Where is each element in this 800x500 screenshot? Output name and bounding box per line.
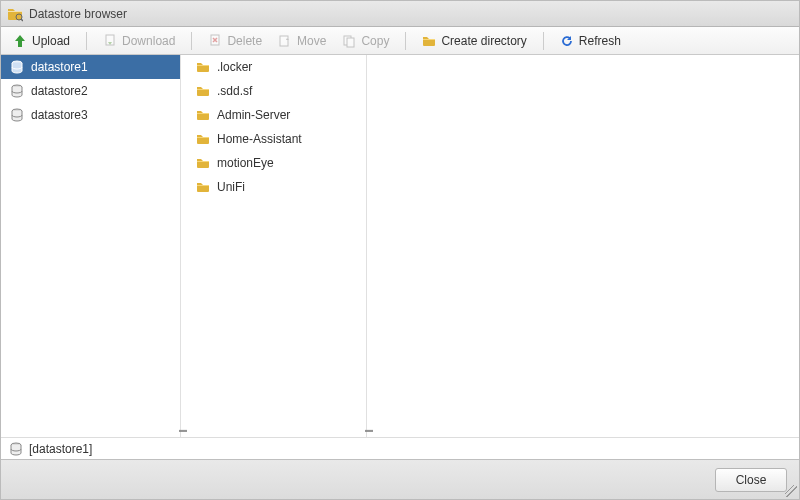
datastore-item[interactable]: datastore1 [1, 55, 180, 79]
folder-icon [195, 107, 211, 123]
datastore-browser-icon [7, 6, 23, 22]
separator [191, 32, 192, 50]
delete-icon [208, 34, 222, 48]
folder-item[interactable]: Admin-Server [187, 103, 366, 127]
svg-rect-6 [347, 38, 354, 47]
svg-rect-4 [280, 36, 288, 46]
upload-icon [13, 34, 27, 48]
datastore-item-label: datastore1 [31, 60, 88, 74]
move-button[interactable]: Move [272, 31, 332, 51]
move-icon [278, 34, 292, 48]
datastore-icon [9, 83, 25, 99]
copy-button[interactable]: Copy [336, 31, 395, 51]
toolbar: Upload Download Delete Move Copy Create … [1, 27, 799, 55]
datastore-list-pane: datastore1datastore2datastore3 [1, 55, 181, 437]
datastore-item-label: datastore2 [31, 84, 88, 98]
close-label: Close [736, 473, 767, 487]
create-directory-label: Create directory [441, 34, 526, 48]
path-bar: [datastore1] [1, 437, 799, 459]
create-directory-button[interactable]: Create directory [416, 31, 532, 51]
refresh-button[interactable]: Refresh [554, 31, 627, 51]
upload-label: Upload [32, 34, 70, 48]
folder-item[interactable]: UniFi [187, 175, 366, 199]
folder-item-label: .locker [217, 60, 252, 74]
separator [543, 32, 544, 50]
download-label: Download [122, 34, 175, 48]
folder-icon [195, 131, 211, 147]
refresh-label: Refresh [579, 34, 621, 48]
separator [405, 32, 406, 50]
download-button[interactable]: Download [97, 31, 181, 51]
move-label: Move [297, 34, 326, 48]
upload-button[interactable]: Upload [7, 31, 76, 51]
folder-list-pane: .locker.sdd.sfAdmin-ServerHome-Assistant… [187, 55, 367, 437]
delete-button[interactable]: Delete [202, 31, 268, 51]
folder-item[interactable]: .sdd.sf [187, 79, 366, 103]
datastore-browser-window: Datastore browser Upload Download Delete… [0, 0, 800, 500]
datastore-item[interactable]: datastore3 [1, 103, 180, 127]
footer: Close [1, 459, 799, 499]
svg-line-1 [21, 19, 23, 21]
details-pane [373, 55, 799, 437]
folder-icon [195, 155, 211, 171]
folder-item[interactable]: Home-Assistant [187, 127, 366, 151]
titlebar: Datastore browser [1, 1, 799, 27]
folder-item-label: motionEye [217, 156, 274, 170]
datastore-icon [9, 107, 25, 123]
folder-item-label: Admin-Server [217, 108, 290, 122]
datastore-icon [9, 442, 23, 456]
folder-item[interactable]: .locker [187, 55, 366, 79]
close-button[interactable]: Close [715, 468, 787, 492]
datastore-icon [9, 59, 25, 75]
content-area: datastore1datastore2datastore3 ||| .lock… [1, 55, 799, 437]
copy-icon [342, 34, 356, 48]
folder-item-label: .sdd.sf [217, 84, 252, 98]
folder-icon [195, 179, 211, 195]
folder-icon [195, 83, 211, 99]
refresh-icon [560, 34, 574, 48]
copy-label: Copy [361, 34, 389, 48]
folder-icon [195, 59, 211, 75]
resize-grip[interactable] [785, 485, 797, 497]
path-text: [datastore1] [29, 442, 92, 456]
folder-item-label: Home-Assistant [217, 132, 302, 146]
datastore-item[interactable]: datastore2 [1, 79, 180, 103]
folder-new-icon [422, 34, 436, 48]
datastore-item-label: datastore3 [31, 108, 88, 122]
separator [86, 32, 87, 50]
folder-item[interactable]: motionEye [187, 151, 366, 175]
folder-item-label: UniFi [217, 180, 245, 194]
delete-label: Delete [227, 34, 262, 48]
window-title: Datastore browser [29, 7, 127, 21]
download-icon [103, 34, 117, 48]
